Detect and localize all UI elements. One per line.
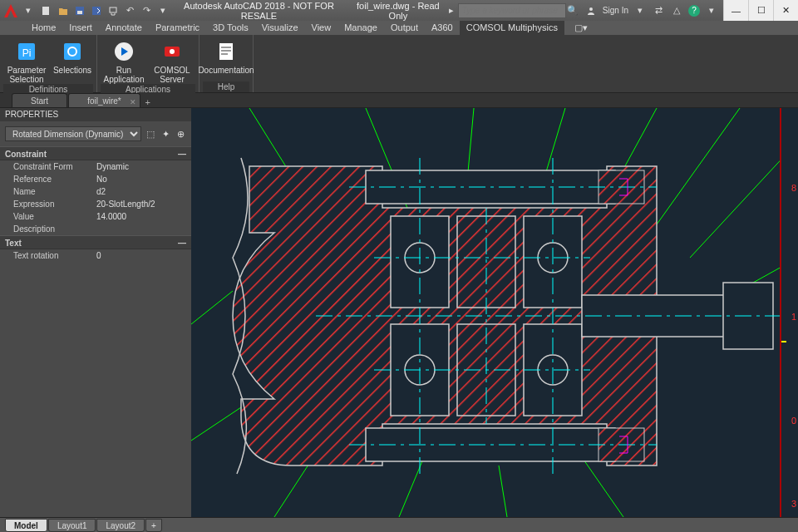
svg-line-27 <box>191 291 233 324</box>
object-type-select[interactable]: Rotated Dimension (Dynamic) <box>5 126 141 141</box>
parameter-selection-button[interactable]: Pi Parameter Selection <box>3 37 50 84</box>
signin-button[interactable]: Sign In <box>603 6 628 15</box>
tab-annotate[interactable]: Annotate <box>99 21 149 35</box>
tab-output[interactable]: Output <box>384 21 425 35</box>
documentation-button[interactable]: Documentation <box>203 37 249 81</box>
app-menu-dropdown-icon[interactable]: ▾ <box>22 4 35 17</box>
prop-row[interactable]: Named2 <box>0 185 191 198</box>
qat-dropdown-icon[interactable]: ▾ <box>156 4 170 17</box>
run-icon <box>111 38 137 65</box>
signin-dropdown-icon[interactable]: ▾ <box>633 4 647 17</box>
ribbon-tabs: Home Insert Annotate Parametric 3D Tools… <box>0 21 798 35</box>
layout-tab-layout1[interactable]: Layout1 <box>48 519 96 532</box>
drawing-canvas[interactable]: 8 1 0 3 <box>191 108 798 517</box>
window-title: Autodesk AutoCAD 2018 - NOT FOR RESALE f… <box>175 1 445 21</box>
plot-icon[interactable] <box>106 4 120 17</box>
prop-row[interactable]: Description <box>0 223 191 235</box>
titlebar: ▾ ↶ ↷ ▾ Autodesk AutoCAD 2018 - NOT FOR … <box>0 0 798 21</box>
help-dropdown-icon[interactable]: ▾ <box>705 4 718 17</box>
title-right: Sign In ▾ ⇄ △ ? ▾ <box>579 4 723 17</box>
user-icon[interactable] <box>584 4 598 17</box>
toggle-pickadd-icon[interactable]: ⊕ <box>175 127 186 140</box>
search-input[interactable] <box>458 3 566 18</box>
app-logo[interactable] <box>0 0 22 21</box>
section-text[interactable]: Text— <box>0 235 191 249</box>
close-button[interactable]: ✕ <box>773 0 798 21</box>
svg-point-5 <box>589 7 593 11</box>
comsol-server-button[interactable]: COMSOL Server <box>149 37 195 84</box>
svg-rect-4 <box>110 7 116 12</box>
workspace: PROPERTIES Rotated Dimension (Dynamic) ⬚… <box>0 108 798 517</box>
new-tab-button[interactable]: + <box>141 97 155 107</box>
tab-parametric[interactable]: Parametric <box>149 21 206 35</box>
doc-tab-foilwire[interactable]: foil_wire*✕ <box>68 93 140 107</box>
prop-row[interactable]: Text rotation0 <box>0 249 191 262</box>
saveas-icon[interactable] <box>90 4 103 17</box>
svg-rect-2 <box>77 11 82 14</box>
quick-access-toolbar: ↶ ↷ ▾ <box>35 4 175 17</box>
properties-palette: PROPERTIES Rotated Dimension (Dynamic) ⬚… <box>0 108 191 517</box>
ribbon-panel-definitions: Pi Parameter Selection Selections Defini… <box>0 35 97 92</box>
layout-tab-model[interactable]: Model <box>5 519 47 532</box>
svg-line-28 <box>191 407 241 441</box>
select-objects-icon[interactable]: ✦ <box>160 127 171 140</box>
prop-row[interactable]: Expression20-SlotLength/2 <box>0 198 191 210</box>
layout-tabs: Model Layout1 Layout2 + <box>0 517 798 532</box>
a360-icon[interactable]: △ <box>670 4 683 17</box>
minimize-button[interactable]: — <box>723 0 748 21</box>
prop-row[interactable]: Constraint FormDynamic <box>0 160 191 173</box>
help-icon[interactable]: ? <box>688 5 700 17</box>
tab-manage[interactable]: Manage <box>337 21 384 35</box>
ribbon: Pi Parameter Selection Selections Defini… <box>0 35 798 93</box>
document-tabs: Start foil_wire*✕ + <box>0 93 798 108</box>
collapse-icon: — <box>178 236 186 249</box>
svg-rect-15 <box>221 50 231 52</box>
open-icon[interactable] <box>57 4 70 17</box>
doc-tab-start[interactable]: Start <box>12 93 67 107</box>
new-icon[interactable] <box>40 4 53 17</box>
properties-header: PROPERTIES <box>0 108 191 121</box>
tab-featured[interactable]: ▢▾ <box>564 21 598 35</box>
tab-visualize[interactable]: Visualize <box>255 21 305 35</box>
quick-select-icon[interactable]: ⬚ <box>145 127 156 140</box>
ribbon-panel-help: Documentation Help <box>200 35 254 92</box>
ribbon-panel-applications: Run Application COMSOL Server Applicatio… <box>97 35 200 92</box>
redo-icon[interactable]: ↷ <box>140 4 153 17</box>
add-layout-button[interactable]: + <box>145 519 162 532</box>
svg-rect-0 <box>42 7 49 15</box>
vertical-ruler: 8 1 0 3 <box>780 108 798 517</box>
selections-icon <box>59 38 86 65</box>
svg-rect-16 <box>221 53 228 55</box>
run-application-button[interactable]: Run Application <box>101 37 147 84</box>
param-icon: Pi <box>13 38 40 65</box>
prop-row[interactable]: Value14.0000 <box>0 210 191 223</box>
tab-a360[interactable]: A360 <box>425 21 460 35</box>
collapse-icon: — <box>178 147 186 160</box>
tab-3dtools[interactable]: 3D Tools <box>206 21 255 35</box>
svg-line-31 <box>499 466 507 517</box>
app-title-text: Autodesk AutoCAD 2018 - NOT FOR RESALE <box>175 1 343 21</box>
tab-view[interactable]: View <box>305 21 338 35</box>
section-constraint[interactable]: Constraint— <box>0 146 191 160</box>
svg-text:Pi: Pi <box>22 47 32 59</box>
prop-row[interactable]: ReferenceNo <box>0 173 191 185</box>
search-icon[interactable]: 🔍 <box>566 4 579 17</box>
svg-rect-8 <box>64 43 81 60</box>
tab-comsol[interactable]: COMSOL Multiphysics <box>460 21 564 35</box>
close-icon[interactable]: ✕ <box>130 96 136 110</box>
maximize-button[interactable]: ☐ <box>748 0 773 21</box>
svg-rect-14 <box>221 47 231 48</box>
cad-drawing <box>191 108 798 517</box>
undo-icon[interactable]: ↶ <box>123 4 136 17</box>
tab-insert[interactable]: Insert <box>62 21 99 35</box>
selections-button[interactable]: Selections <box>52 37 93 84</box>
panel-title-help: Help <box>203 81 249 92</box>
tab-home[interactable]: Home <box>25 21 62 35</box>
server-icon <box>159 38 185 65</box>
save-icon[interactable] <box>73 4 86 17</box>
window-controls: — ☐ ✕ <box>723 0 798 21</box>
svg-line-24 <box>657 108 740 224</box>
search-chevron-icon[interactable]: ▸ <box>445 4 458 17</box>
layout-tab-layout2[interactable]: Layout2 <box>96 519 145 532</box>
exchange-icon[interactable]: ⇄ <box>652 4 665 17</box>
